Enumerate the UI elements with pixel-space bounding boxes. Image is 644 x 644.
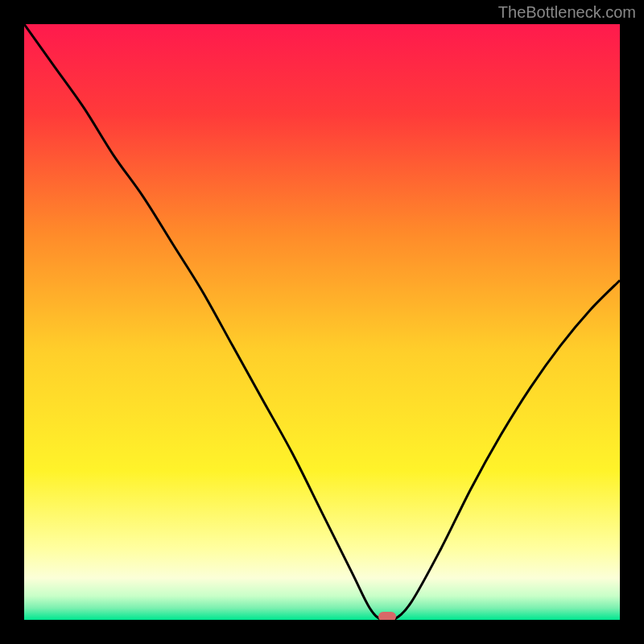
gradient-background: [24, 24, 620, 620]
minimum-marker: [378, 612, 396, 620]
watermark-text: TheBottleneck.com: [498, 3, 636, 22]
chart-svg: [24, 24, 620, 620]
plot-area: [24, 24, 620, 620]
